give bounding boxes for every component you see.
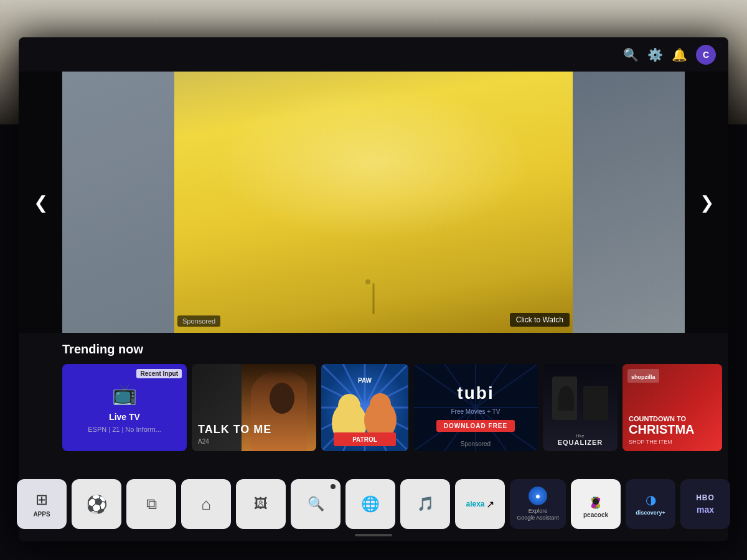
- hero-prev-button[interactable]: ❮: [19, 72, 62, 333]
- card-talk-to-me[interactable]: TALK TO ME A24: [192, 364, 316, 451]
- sponsored-badge: Sponsored: [177, 315, 220, 327]
- gallery-button[interactable]: 🎵: [400, 479, 450, 529]
- avatar-label: C: [703, 50, 709, 60]
- svg-point-18: [338, 394, 360, 419]
- tubi-download-button[interactable]: DOWNLOAD FREE: [436, 420, 515, 432]
- hero-next-button[interactable]: ❯: [685, 72, 728, 333]
- apps-label: APPS: [33, 511, 50, 518]
- live-tv-icon: 📺: [112, 382, 137, 406]
- hero-main: Sponsored Click to Watch: [62, 72, 685, 333]
- card-live-tv[interactable]: Recent Input 📺 Live TV ESPN | 21 | No In…: [62, 364, 187, 451]
- card-paw-patrol[interactable]: PAW PATROL: [321, 364, 408, 451]
- svg-point-20: [370, 393, 391, 416]
- sports-button[interactable]: ⚽: [72, 479, 121, 529]
- discovery-button[interactable]: ◑ discovery+: [626, 479, 675, 529]
- top-bar: 🔍 ⚙️ 🔔 C: [623, 45, 716, 65]
- tubi-logo: tubi: [457, 383, 494, 403]
- tubi-sub: Free Movies + TV: [451, 408, 500, 415]
- sports-icon: ⚽: [86, 494, 108, 515]
- home-icon: ⌂: [201, 495, 211, 514]
- search-icon[interactable]: 🔍: [623, 47, 639, 62]
- home-button[interactable]: ⌂: [181, 479, 231, 529]
- click-to-watch-button[interactable]: Click to Watch: [510, 313, 570, 327]
- hero-carousel: ❮ Sponsored Click to Watch ❯: [19, 72, 728, 333]
- search-cam-icon: 🔍: [308, 496, 324, 512]
- discovery-label: discovery+: [636, 510, 665, 516]
- recent-input-badge: Recent Input: [136, 369, 182, 378]
- scroll-indicator: [355, 534, 392, 536]
- notification-icon[interactable]: 🔔: [672, 47, 687, 62]
- talk-to-me-text: TALK TO ME A24: [198, 424, 271, 445]
- equalizer-label: the EQUALIZER: [558, 432, 603, 446]
- christmas-text: COUNTDOWN TO CHRISTMA: [629, 415, 695, 436]
- browser-icon: 🌐: [361, 495, 380, 513]
- live-tv-sublabel: ESPN | 21 | No Inform...: [88, 426, 161, 433]
- apps-button[interactable]: ⊞ APPS: [17, 479, 67, 529]
- tv-screen: 🔍 ⚙️ 🔔 C ❮ Sponsored: [19, 37, 728, 541]
- settings-icon[interactable]: ⚙️: [647, 47, 663, 62]
- hbo-button[interactable]: HBO max: [680, 479, 730, 529]
- peacock-label: peacock: [583, 511, 608, 518]
- browser-button[interactable]: 🌐: [345, 479, 395, 529]
- ambient-icon: 🖼: [254, 496, 268, 512]
- trending-row: Recent Input 📺 Live TV ESPN | 21 | No In…: [19, 364, 728, 451]
- hero-left-panel: [62, 72, 174, 333]
- svg-text:PATROL: PATROL: [352, 436, 377, 443]
- search-cam-button[interactable]: 🔍: [291, 479, 341, 529]
- christmas-sub: SHOP THE ITEM: [629, 439, 695, 445]
- hbo-icon: HBO: [696, 493, 715, 502]
- card-tubi[interactable]: tubi Free Movies + TV DOWNLOAD FREE Spon…: [413, 364, 538, 451]
- hero-center-image[interactable]: [174, 72, 573, 333]
- ambient-button[interactable]: 🖼: [236, 479, 286, 529]
- card-equalizer[interactable]: the EQUALIZER: [543, 364, 618, 451]
- gallery-icon: 🎵: [417, 496, 434, 512]
- multiview-button[interactable]: ⧉: [126, 479, 176, 529]
- tubi-sponsored: Sponsored: [461, 441, 491, 447]
- trending-title: Trending now: [19, 342, 728, 357]
- svg-point-42: [593, 498, 599, 505]
- hbo-label: max: [697, 505, 714, 515]
- peacock-button[interactable]: peacock: [571, 479, 621, 529]
- app-bar: ⊞ APPS ⚽ ⧉ ⌂ 🖼 🔍 🌐 🎵: [19, 479, 728, 529]
- multiview-icon: ⧉: [146, 495, 157, 513]
- discovery-icon: ◑: [646, 492, 656, 507]
- trending-section: Trending now Recent Input 📺 Live TV ESPN…: [19, 342, 728, 451]
- google-assistant-icon: ●: [529, 487, 547, 505]
- svg-text:PAW: PAW: [358, 377, 372, 384]
- hero-right-panel: [573, 72, 685, 333]
- google-assistant-label: ExploreGoogle Assistant: [517, 508, 559, 521]
- card-christmas[interactable]: shopzilla COUNTDOWN TO CHRISTMA SHOP THE…: [622, 364, 722, 451]
- alexa-icon: alexa: [466, 500, 484, 508]
- live-tv-label: Live TV: [109, 412, 140, 422]
- google-assistant-button[interactable]: ● ExploreGoogle Assistant: [510, 479, 566, 529]
- peacock-icon: [585, 490, 607, 509]
- avatar[interactable]: C: [696, 45, 716, 65]
- apps-icon: ⊞: [35, 491, 48, 508]
- alexa-button[interactable]: alexa ↗: [455, 479, 505, 529]
